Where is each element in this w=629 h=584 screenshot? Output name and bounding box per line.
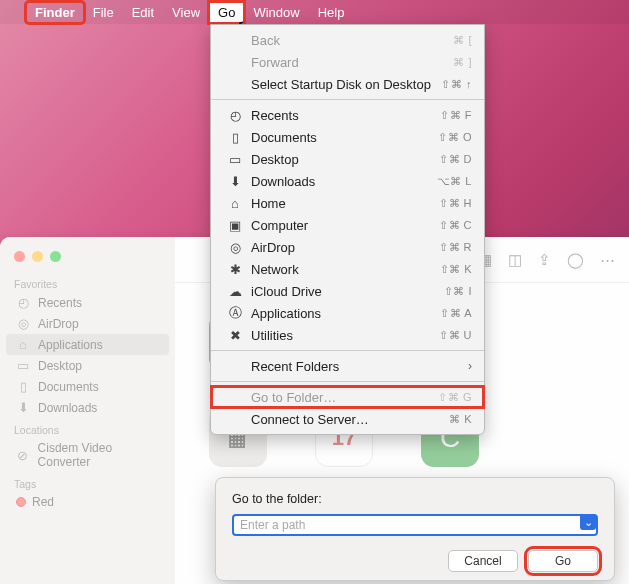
cloud-icon: ☁	[225, 284, 245, 299]
menu-forward: Forward⌘ ]	[211, 51, 484, 73]
menu-finder[interactable]: Finder	[26, 2, 84, 23]
menu-file[interactable]: File	[84, 2, 123, 23]
airdrop-icon: ◎	[225, 240, 245, 255]
apps-icon: ⌂	[14, 337, 32, 352]
menu-utilities[interactable]: ✖Utilities⇧⌘ U	[211, 324, 484, 346]
finder-sidebar: Favorites ◴Recents ◎AirDrop ⌂Application…	[0, 237, 175, 584]
window-controls	[0, 245, 175, 272]
menu-home[interactable]: ⌂Home⇧⌘ H	[211, 192, 484, 214]
menu-computer[interactable]: ▣Computer⇧⌘ C	[211, 214, 484, 236]
menu-desktop[interactable]: ▭Desktop⇧⌘ D	[211, 148, 484, 170]
computer-icon: ▣	[225, 218, 245, 233]
menu-help[interactable]: Help	[309, 2, 354, 23]
menu-separator	[211, 350, 484, 351]
sidebar-item-applications[interactable]: ⌂Applications	[6, 334, 169, 355]
menu-icloud[interactable]: ☁iCloud Drive⇧⌘ I	[211, 280, 484, 302]
menu-view[interactable]: View	[163, 2, 209, 23]
chevron-right-icon: ›	[468, 359, 472, 373]
red-tag-icon	[16, 497, 26, 507]
menu-airdrop[interactable]: ◎AirDrop⇧⌘ R	[211, 236, 484, 258]
menubar: Finder File Edit View Go Window Help	[0, 0, 629, 24]
goto-dialog-buttons: Cancel Go	[232, 550, 598, 572]
tags-icon[interactable]: ◯	[567, 251, 584, 269]
network-icon: ✱	[225, 262, 245, 277]
menu-recents[interactable]: ◴Recents⇧⌘ F	[211, 104, 484, 126]
menu-goto-folder[interactable]: Go to Folder…⇧⌘ G	[211, 386, 484, 408]
sidebar-favorites-header: Favorites	[0, 272, 175, 292]
sidebar-item-desktop[interactable]: ▭Desktop	[0, 355, 175, 376]
menu-startup-disk[interactable]: Select Startup Disk on Desktop⇧⌘ ↑	[211, 73, 484, 95]
sidebar-item-airdrop[interactable]: ◎AirDrop	[0, 313, 175, 334]
clock-icon: ◴	[225, 108, 245, 123]
menu-back: Back⌘ [	[211, 29, 484, 51]
disk-icon: ⊘	[14, 448, 32, 463]
view-switch-icon[interactable]: ◫	[508, 251, 522, 269]
clock-icon: ◴	[14, 295, 32, 310]
menu-recent-folders[interactable]: Recent Folders›	[211, 355, 484, 377]
menu-go[interactable]: Go	[209, 2, 244, 23]
more-icon[interactable]: ⋯	[600, 251, 615, 269]
close-window-button[interactable]	[14, 251, 25, 262]
download-icon: ⬇	[14, 400, 32, 415]
document-icon: ▯	[14, 379, 32, 394]
download-icon: ⬇	[225, 174, 245, 189]
desktop-icon: ▭	[14, 358, 32, 373]
utilities-icon: ✖	[225, 328, 245, 343]
menu-window[interactable]: Window	[244, 2, 308, 23]
goto-path-input[interactable]	[232, 514, 598, 536]
menu-separator	[211, 381, 484, 382]
menu-documents[interactable]: ▯Documents⇧⌘ O	[211, 126, 484, 148]
airdrop-icon: ◎	[14, 316, 32, 331]
menu-connect-server[interactable]: Connect to Server…⌘ K	[211, 408, 484, 430]
sidebar-locations-header: Locations	[0, 418, 175, 438]
sidebar-item-downloads[interactable]: ⬇Downloads	[0, 397, 175, 418]
sidebar-item-documents[interactable]: ▯Documents	[0, 376, 175, 397]
document-icon: ▯	[225, 130, 245, 145]
menu-edit[interactable]: Edit	[123, 2, 163, 23]
dropdown-history-button[interactable]: ⌄	[580, 514, 596, 530]
sidebar-item-cisdem[interactable]: ⊘Cisdem Video Converter	[0, 438, 175, 472]
goto-dialog-title: Go to the folder:	[232, 492, 598, 506]
sidebar-tag-red[interactable]: Red	[0, 492, 175, 512]
menu-downloads[interactable]: ⬇Downloads⌥⌘ L	[211, 170, 484, 192]
minimize-window-button[interactable]	[32, 251, 43, 262]
sidebar-item-recents[interactable]: ◴Recents	[0, 292, 175, 313]
goto-folder-dialog: Go to the folder: ⌄ Cancel Go	[215, 477, 615, 581]
cancel-button[interactable]: Cancel	[448, 550, 518, 572]
zoom-window-button[interactable]	[50, 251, 61, 262]
go-button[interactable]: Go	[528, 550, 598, 572]
home-icon: ⌂	[225, 196, 245, 211]
menu-applications[interactable]: ⒶApplications⇧⌘ A	[211, 302, 484, 324]
menu-separator	[211, 99, 484, 100]
apps-icon: Ⓐ	[225, 304, 245, 322]
sidebar-tags-header: Tags	[0, 472, 175, 492]
menu-network[interactable]: ✱Network⇧⌘ K	[211, 258, 484, 280]
desktop-icon: ▭	[225, 152, 245, 167]
share-icon[interactable]: ⇪	[538, 251, 551, 269]
go-menu-dropdown: Back⌘ [ Forward⌘ ] Select Startup Disk o…	[210, 24, 485, 435]
